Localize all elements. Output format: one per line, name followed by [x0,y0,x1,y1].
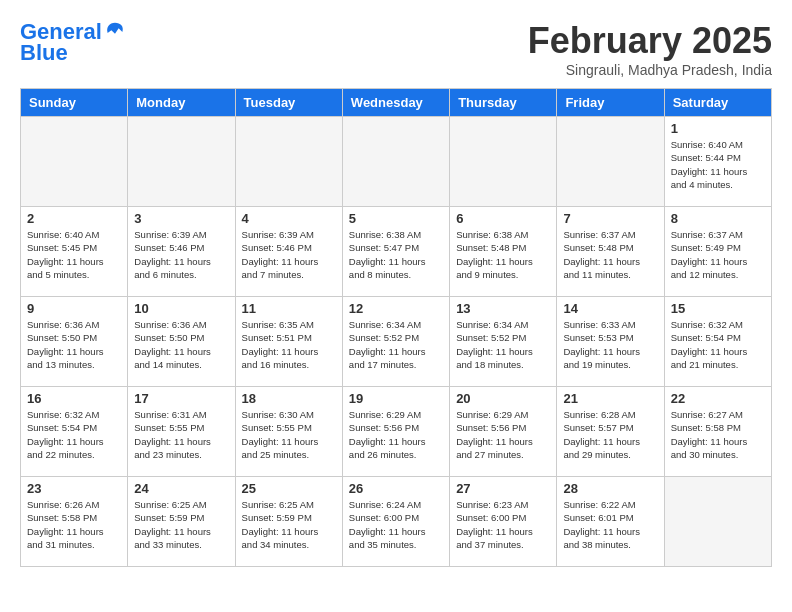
calendar-cell: 4Sunrise: 6:39 AM Sunset: 5:46 PM Daylig… [235,207,342,297]
calendar-week-4: 16Sunrise: 6:32 AM Sunset: 5:54 PM Dayli… [21,387,772,477]
day-info: Sunrise: 6:38 AM Sunset: 5:47 PM Dayligh… [349,228,443,281]
calendar-cell: 7Sunrise: 6:37 AM Sunset: 5:48 PM Daylig… [557,207,664,297]
calendar-cell [342,117,449,207]
day-number: 17 [134,391,228,406]
day-info: Sunrise: 6:34 AM Sunset: 5:52 PM Dayligh… [456,318,550,371]
day-info: Sunrise: 6:40 AM Sunset: 5:45 PM Dayligh… [27,228,121,281]
day-info: Sunrise: 6:36 AM Sunset: 5:50 PM Dayligh… [27,318,121,371]
day-number: 26 [349,481,443,496]
day-info: Sunrise: 6:39 AM Sunset: 5:46 PM Dayligh… [134,228,228,281]
day-info: Sunrise: 6:28 AM Sunset: 5:57 PM Dayligh… [563,408,657,461]
calendar-cell: 13Sunrise: 6:34 AM Sunset: 5:52 PM Dayli… [450,297,557,387]
calendar-cell: 16Sunrise: 6:32 AM Sunset: 5:54 PM Dayli… [21,387,128,477]
day-number: 8 [671,211,765,226]
calendar-cell: 25Sunrise: 6:25 AM Sunset: 5:59 PM Dayli… [235,477,342,567]
calendar-cell: 8Sunrise: 6:37 AM Sunset: 5:49 PM Daylig… [664,207,771,297]
col-friday: Friday [557,89,664,117]
calendar-cell: 5Sunrise: 6:38 AM Sunset: 5:47 PM Daylig… [342,207,449,297]
calendar-cell: 15Sunrise: 6:32 AM Sunset: 5:54 PM Dayli… [664,297,771,387]
calendar-week-2: 2Sunrise: 6:40 AM Sunset: 5:45 PM Daylig… [21,207,772,297]
calendar-cell: 14Sunrise: 6:33 AM Sunset: 5:53 PM Dayli… [557,297,664,387]
day-info: Sunrise: 6:37 AM Sunset: 5:48 PM Dayligh… [563,228,657,281]
calendar-cell: 28Sunrise: 6:22 AM Sunset: 6:01 PM Dayli… [557,477,664,567]
calendar-cell: 23Sunrise: 6:26 AM Sunset: 5:58 PM Dayli… [21,477,128,567]
day-number: 7 [563,211,657,226]
calendar-cell: 11Sunrise: 6:35 AM Sunset: 5:51 PM Dayli… [235,297,342,387]
day-info: Sunrise: 6:27 AM Sunset: 5:58 PM Dayligh… [671,408,765,461]
day-number: 15 [671,301,765,316]
col-sunday: Sunday [21,89,128,117]
day-number: 14 [563,301,657,316]
calendar-cell: 3Sunrise: 6:39 AM Sunset: 5:46 PM Daylig… [128,207,235,297]
day-number: 24 [134,481,228,496]
col-tuesday: Tuesday [235,89,342,117]
day-info: Sunrise: 6:32 AM Sunset: 5:54 PM Dayligh… [27,408,121,461]
calendar-cell: 27Sunrise: 6:23 AM Sunset: 6:00 PM Dayli… [450,477,557,567]
day-info: Sunrise: 6:29 AM Sunset: 5:56 PM Dayligh… [349,408,443,461]
day-info: Sunrise: 6:34 AM Sunset: 5:52 PM Dayligh… [349,318,443,371]
col-wednesday: Wednesday [342,89,449,117]
day-info: Sunrise: 6:39 AM Sunset: 5:46 PM Dayligh… [242,228,336,281]
calendar-week-1: 1Sunrise: 6:40 AM Sunset: 5:44 PM Daylig… [21,117,772,207]
logo: General Blue [20,20,126,66]
day-number: 9 [27,301,121,316]
calendar-cell: 20Sunrise: 6:29 AM Sunset: 5:56 PM Dayli… [450,387,557,477]
calendar-cell: 22Sunrise: 6:27 AM Sunset: 5:58 PM Dayli… [664,387,771,477]
day-info: Sunrise: 6:29 AM Sunset: 5:56 PM Dayligh… [456,408,550,461]
calendar-cell: 12Sunrise: 6:34 AM Sunset: 5:52 PM Dayli… [342,297,449,387]
day-number: 27 [456,481,550,496]
calendar-week-3: 9Sunrise: 6:36 AM Sunset: 5:50 PM Daylig… [21,297,772,387]
calendar-cell: 1Sunrise: 6:40 AM Sunset: 5:44 PM Daylig… [664,117,771,207]
day-number: 13 [456,301,550,316]
day-number: 28 [563,481,657,496]
day-number: 23 [27,481,121,496]
day-info: Sunrise: 6:32 AM Sunset: 5:54 PM Dayligh… [671,318,765,371]
day-info: Sunrise: 6:24 AM Sunset: 6:00 PM Dayligh… [349,498,443,551]
calendar-cell: 17Sunrise: 6:31 AM Sunset: 5:55 PM Dayli… [128,387,235,477]
calendar-cell [128,117,235,207]
calendar-cell: 19Sunrise: 6:29 AM Sunset: 5:56 PM Dayli… [342,387,449,477]
calendar-cell [557,117,664,207]
day-info: Sunrise: 6:26 AM Sunset: 5:58 PM Dayligh… [27,498,121,551]
day-number: 1 [671,121,765,136]
day-info: Sunrise: 6:40 AM Sunset: 5:44 PM Dayligh… [671,138,765,191]
day-number: 20 [456,391,550,406]
calendar-cell [450,117,557,207]
calendar-title: February 2025 [528,20,772,62]
page-header: General Blue February 2025 Singrauli, Ma… [20,20,772,78]
calendar-cell: 18Sunrise: 6:30 AM Sunset: 5:55 PM Dayli… [235,387,342,477]
day-number: 19 [349,391,443,406]
col-monday: Monday [128,89,235,117]
calendar-cell: 26Sunrise: 6:24 AM Sunset: 6:00 PM Dayli… [342,477,449,567]
calendar-cell [664,477,771,567]
calendar-subtitle: Singrauli, Madhya Pradesh, India [528,62,772,78]
day-info: Sunrise: 6:38 AM Sunset: 5:48 PM Dayligh… [456,228,550,281]
calendar-cell: 9Sunrise: 6:36 AM Sunset: 5:50 PM Daylig… [21,297,128,387]
logo-icon [104,21,126,43]
day-info: Sunrise: 6:30 AM Sunset: 5:55 PM Dayligh… [242,408,336,461]
day-number: 25 [242,481,336,496]
calendar-cell: 21Sunrise: 6:28 AM Sunset: 5:57 PM Dayli… [557,387,664,477]
calendar-cell: 10Sunrise: 6:36 AM Sunset: 5:50 PM Dayli… [128,297,235,387]
day-info: Sunrise: 6:25 AM Sunset: 5:59 PM Dayligh… [134,498,228,551]
calendar-cell: 6Sunrise: 6:38 AM Sunset: 5:48 PM Daylig… [450,207,557,297]
calendar-cell [21,117,128,207]
day-info: Sunrise: 6:33 AM Sunset: 5:53 PM Dayligh… [563,318,657,371]
day-number: 6 [456,211,550,226]
day-number: 21 [563,391,657,406]
day-info: Sunrise: 6:22 AM Sunset: 6:01 PM Dayligh… [563,498,657,551]
day-number: 12 [349,301,443,316]
calendar-week-5: 23Sunrise: 6:26 AM Sunset: 5:58 PM Dayli… [21,477,772,567]
day-info: Sunrise: 6:36 AM Sunset: 5:50 PM Dayligh… [134,318,228,371]
day-info: Sunrise: 6:37 AM Sunset: 5:49 PM Dayligh… [671,228,765,281]
day-number: 22 [671,391,765,406]
day-info: Sunrise: 6:25 AM Sunset: 5:59 PM Dayligh… [242,498,336,551]
day-number: 16 [27,391,121,406]
calendar-cell: 24Sunrise: 6:25 AM Sunset: 5:59 PM Dayli… [128,477,235,567]
day-number: 10 [134,301,228,316]
day-info: Sunrise: 6:31 AM Sunset: 5:55 PM Dayligh… [134,408,228,461]
title-section: February 2025 Singrauli, Madhya Pradesh,… [528,20,772,78]
calendar-cell [235,117,342,207]
day-number: 3 [134,211,228,226]
day-info: Sunrise: 6:23 AM Sunset: 6:00 PM Dayligh… [456,498,550,551]
